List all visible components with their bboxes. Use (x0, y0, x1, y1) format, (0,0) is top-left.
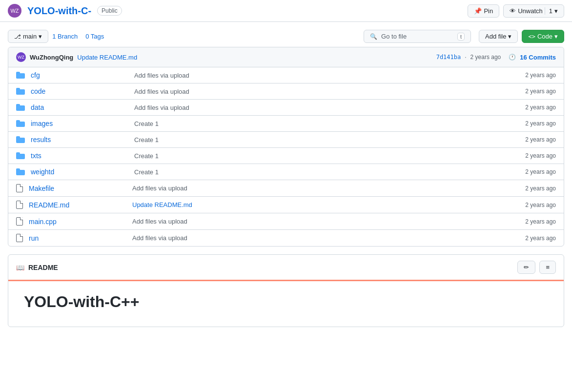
folder-icon (16, 72, 25, 79)
goto-file-search[interactable]: 🔍 Go to file t (364, 30, 471, 43)
file-name[interactable]: weightd (31, 168, 119, 176)
file-name[interactable]: Makefile (29, 185, 117, 192)
toolbar: ⎇ main ▾ 1 Branch 0 Tags 🔍 Go to file t … (0, 22, 572, 47)
commit-avatar: WZ (16, 52, 26, 62)
table-row: resultsCreate 12 years ago (8, 132, 564, 148)
file-name[interactable]: main.cpp (29, 218, 117, 226)
file-commit-msg: Add files via upload (124, 72, 519, 79)
file-time: 2 years ago (525, 168, 556, 175)
list-icon: ≡ (546, 264, 550, 271)
pin-button[interactable]: 📌 Pin (468, 4, 499, 18)
commit-time: 2 years ago (470, 54, 501, 61)
table-row: txtsCreate 12 years ago (8, 148, 564, 164)
file-icon (16, 201, 23, 209)
file-time: 2 years ago (525, 185, 556, 192)
branch-count-link[interactable]: 1 Branch (52, 33, 78, 40)
branch-icon: ⎇ (14, 33, 21, 40)
readme-box: 📖 README ✏ ≡ YOLO-with-C++ (8, 254, 564, 327)
branch-meta: 1 Branch 0 Tags (52, 33, 104, 40)
file-time: 2 years ago (525, 152, 556, 159)
folder-icon (16, 168, 25, 175)
chevron-down-icon: ▾ (554, 33, 558, 40)
file-name[interactable]: images (31, 120, 119, 127)
file-list: cfgAdd files via upload2 years agocodeAd… (8, 67, 564, 246)
table-row: cfgAdd files via upload2 years ago (8, 67, 564, 83)
repo-file-box: WZ WuZhongQing Update README.md 7d141ba … (8, 47, 564, 247)
folder-icon (16, 120, 25, 127)
file-commit-msg: Add files via upload (124, 88, 519, 95)
folder-icon (16, 88, 25, 95)
file-time: 2 years ago (525, 235, 556, 242)
readme-book-icon: 📖 (16, 264, 24, 271)
table-row: imagesCreate 12 years ago (8, 116, 564, 132)
add-file-button[interactable]: Add file ▾ (479, 30, 518, 43)
file-commit-msg[interactable]: Update README.md (123, 201, 519, 208)
file-time: 2 years ago (525, 88, 556, 95)
avatar-initials: WZ (10, 8, 19, 14)
file-name[interactable]: txts (31, 152, 119, 160)
code-button[interactable]: <> Code ▾ (522, 30, 564, 43)
add-file-label: Add file (485, 33, 506, 40)
visibility-badge: Public (97, 6, 122, 16)
file-name[interactable]: cfg (31, 71, 119, 79)
watch-count: 1 (545, 7, 552, 15)
file-time: 2 years ago (525, 72, 556, 79)
file-name[interactable]: README.md (29, 201, 117, 209)
repo-name[interactable]: YOLO-with-C- (27, 5, 91, 17)
chevron-down-icon: ▾ (554, 7, 558, 15)
tag-count-link[interactable]: 0 Tags (85, 33, 104, 40)
pencil-icon: ✏ (524, 264, 529, 271)
commits-link[interactable]: 16 Commits (520, 54, 556, 61)
file-commit-msg: Create 1 (124, 120, 519, 127)
edit-readme-button[interactable]: ✏ (517, 261, 535, 274)
avatar: WZ (8, 4, 21, 18)
table-row: codeAdd files via upload2 years ago (8, 83, 564, 100)
table-row: weightdCreate 12 years ago (8, 164, 564, 180)
file-commit-msg: Add files via upload (123, 185, 519, 192)
file-icon (16, 234, 23, 242)
chevron-down-icon: ▾ (39, 33, 42, 40)
unwatch-button[interactable]: 👁 Unwatch 1 ▾ (503, 4, 564, 18)
table-row: main.cppAdd files via upload2 years ago (8, 213, 564, 230)
commit-message[interactable]: Update README.md (77, 54, 137, 61)
commit-separator: · (465, 54, 466, 61)
file-commit-msg: Add files via upload (124, 104, 519, 111)
file-name[interactable]: code (31, 87, 119, 95)
pin-icon: 📌 (474, 7, 482, 15)
file-name[interactable]: run (29, 234, 117, 242)
search-placeholder: Go to file (381, 33, 407, 40)
readme-body: YOLO-with-C++ (8, 281, 564, 327)
commit-hash[interactable]: 7d141ba (436, 54, 461, 61)
code-label: Code (537, 33, 552, 40)
clock-icon: 🕐 (509, 54, 516, 61)
commit-author[interactable]: WuZhongQing (30, 54, 73, 61)
table-row: README.mdUpdate README.md2 years ago (8, 197, 564, 213)
file-commit-msg: Add files via upload (123, 218, 519, 225)
folder-icon (16, 104, 25, 111)
file-name[interactable]: data (31, 103, 119, 111)
top-bar: WZ YOLO-with-C- Public 📌 Pin 👁 Unwatch 1… (0, 0, 572, 22)
eye-icon: 👁 (510, 7, 516, 15)
branch-selector[interactable]: ⎇ main ▾ (8, 30, 48, 43)
table-row: runAdd files via upload2 years ago (8, 230, 564, 246)
top-actions: 📌 Pin 👁 Unwatch 1 ▾ (468, 4, 564, 18)
file-commit-msg: Create 1 (124, 168, 519, 176)
code-icon: <> (528, 33, 535, 40)
file-commit-msg: Create 1 (124, 152, 519, 160)
commit-meta: 7d141ba · 2 years ago 🕐 16 Commits (436, 54, 556, 61)
file-time: 2 years ago (525, 202, 556, 208)
table-row: dataAdd files via upload2 years ago (8, 100, 564, 116)
file-icon (16, 184, 23, 192)
chevron-down-icon: ▾ (508, 33, 511, 40)
file-time: 2 years ago (525, 120, 556, 127)
readme-header: 📖 README ✏ ≡ (8, 255, 564, 281)
file-time: 2 years ago (525, 136, 556, 143)
readme-actions: ✏ ≡ (517, 261, 556, 274)
branch-name: main (23, 33, 37, 40)
search-icon: 🔍 (370, 33, 377, 40)
file-time: 2 years ago (525, 104, 556, 111)
toc-button[interactable]: ≡ (539, 261, 556, 274)
file-name[interactable]: results (31, 136, 119, 144)
action-buttons: Add file ▾ <> Code ▾ (479, 30, 564, 43)
commit-header: WZ WuZhongQing Update README.md 7d141ba … (8, 47, 564, 67)
